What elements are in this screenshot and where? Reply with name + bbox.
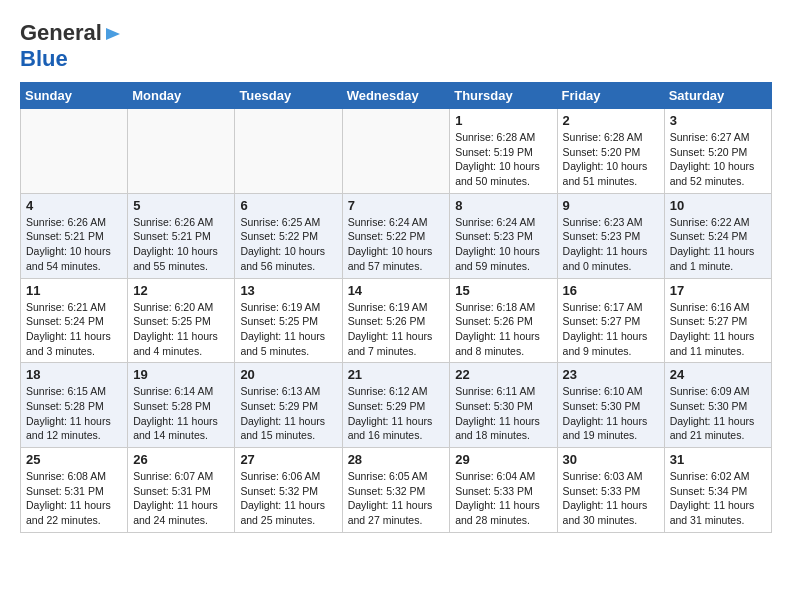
cell-info: Sunrise: 6:08 AM Sunset: 5:31 PM Dayligh… [26,469,122,528]
calendar-cell [21,109,128,194]
sunset-text: Sunset: 5:33 PM [455,485,533,497]
daylight-text: Daylight: 11 hours and 3 minutes. [26,330,111,357]
day-number: 24 [670,367,766,382]
sunset-text: Sunset: 5:31 PM [133,485,211,497]
cell-info: Sunrise: 6:05 AM Sunset: 5:32 PM Dayligh… [348,469,445,528]
daylight-text: Daylight: 10 hours and 52 minutes. [670,160,755,187]
day-number: 10 [670,198,766,213]
daylight-text: Daylight: 11 hours and 8 minutes. [455,330,540,357]
sunset-text: Sunset: 5:23 PM [455,230,533,242]
daylight-text: Daylight: 11 hours and 14 minutes. [133,415,218,442]
day-number: 11 [26,283,122,298]
sunrise-text: Sunrise: 6:04 AM [455,470,535,482]
daylight-text: Daylight: 11 hours and 25 minutes. [240,499,325,526]
sunset-text: Sunset: 5:28 PM [26,400,104,412]
cell-info: Sunrise: 6:06 AM Sunset: 5:32 PM Dayligh… [240,469,336,528]
calendar-cell: 28 Sunrise: 6:05 AM Sunset: 5:32 PM Dayl… [342,448,450,533]
day-number: 5 [133,198,229,213]
calendar-cell: 4 Sunrise: 6:26 AM Sunset: 5:21 PM Dayli… [21,193,128,278]
logo: General Blue [20,20,122,72]
calendar-cell: 9 Sunrise: 6:23 AM Sunset: 5:23 PM Dayli… [557,193,664,278]
weekday-header: Saturday [664,83,771,109]
calendar-week-row: 1 Sunrise: 6:28 AM Sunset: 5:19 PM Dayli… [21,109,772,194]
sunset-text: Sunset: 5:21 PM [133,230,211,242]
cell-info: Sunrise: 6:12 AM Sunset: 5:29 PM Dayligh… [348,384,445,443]
day-number: 13 [240,283,336,298]
cell-info: Sunrise: 6:26 AM Sunset: 5:21 PM Dayligh… [26,215,122,274]
day-number: 20 [240,367,336,382]
sunrise-text: Sunrise: 6:02 AM [670,470,750,482]
daylight-text: Daylight: 10 hours and 56 minutes. [240,245,325,272]
sunrise-text: Sunrise: 6:24 AM [348,216,428,228]
page-header: General Blue [20,20,772,72]
daylight-text: Daylight: 11 hours and 11 minutes. [670,330,755,357]
cell-info: Sunrise: 6:26 AM Sunset: 5:21 PM Dayligh… [133,215,229,274]
daylight-text: Daylight: 10 hours and 57 minutes. [348,245,433,272]
daylight-text: Daylight: 11 hours and 27 minutes. [348,499,433,526]
sunset-text: Sunset: 5:30 PM [563,400,641,412]
cell-info: Sunrise: 6:10 AM Sunset: 5:30 PM Dayligh… [563,384,659,443]
sunset-text: Sunset: 5:29 PM [240,400,318,412]
sunrise-text: Sunrise: 6:28 AM [455,131,535,143]
cell-info: Sunrise: 6:28 AM Sunset: 5:20 PM Dayligh… [563,130,659,189]
calendar-week-row: 11 Sunrise: 6:21 AM Sunset: 5:24 PM Dayl… [21,278,772,363]
sunrise-text: Sunrise: 6:12 AM [348,385,428,397]
sunrise-text: Sunrise: 6:11 AM [455,385,535,397]
sunrise-text: Sunrise: 6:19 AM [348,301,428,313]
daylight-text: Daylight: 11 hours and 21 minutes. [670,415,755,442]
calendar-cell: 10 Sunrise: 6:22 AM Sunset: 5:24 PM Dayl… [664,193,771,278]
cell-info: Sunrise: 6:22 AM Sunset: 5:24 PM Dayligh… [670,215,766,274]
sunrise-text: Sunrise: 6:16 AM [670,301,750,313]
calendar-cell: 17 Sunrise: 6:16 AM Sunset: 5:27 PM Dayl… [664,278,771,363]
sunset-text: Sunset: 5:27 PM [563,315,641,327]
cell-info: Sunrise: 6:24 AM Sunset: 5:23 PM Dayligh… [455,215,551,274]
calendar-cell: 19 Sunrise: 6:14 AM Sunset: 5:28 PM Dayl… [128,363,235,448]
calendar-cell: 6 Sunrise: 6:25 AM Sunset: 5:22 PM Dayli… [235,193,342,278]
daylight-text: Daylight: 11 hours and 24 minutes. [133,499,218,526]
calendar-cell: 26 Sunrise: 6:07 AM Sunset: 5:31 PM Dayl… [128,448,235,533]
cell-info: Sunrise: 6:16 AM Sunset: 5:27 PM Dayligh… [670,300,766,359]
calendar-cell: 20 Sunrise: 6:13 AM Sunset: 5:29 PM Dayl… [235,363,342,448]
sunset-text: Sunset: 5:22 PM [348,230,426,242]
calendar-cell: 15 Sunrise: 6:18 AM Sunset: 5:26 PM Dayl… [450,278,557,363]
sunrise-text: Sunrise: 6:28 AM [563,131,643,143]
sunset-text: Sunset: 5:27 PM [670,315,748,327]
calendar-cell: 29 Sunrise: 6:04 AM Sunset: 5:33 PM Dayl… [450,448,557,533]
sunrise-text: Sunrise: 6:13 AM [240,385,320,397]
sunset-text: Sunset: 5:25 PM [133,315,211,327]
sunset-text: Sunset: 5:21 PM [26,230,104,242]
sunrise-text: Sunrise: 6:22 AM [670,216,750,228]
day-number: 17 [670,283,766,298]
weekday-header: Tuesday [235,83,342,109]
calendar-cell [128,109,235,194]
cell-info: Sunrise: 6:19 AM Sunset: 5:25 PM Dayligh… [240,300,336,359]
daylight-text: Daylight: 11 hours and 30 minutes. [563,499,648,526]
calendar-cell: 11 Sunrise: 6:21 AM Sunset: 5:24 PM Dayl… [21,278,128,363]
sunrise-text: Sunrise: 6:15 AM [26,385,106,397]
sunrise-text: Sunrise: 6:06 AM [240,470,320,482]
day-number: 27 [240,452,336,467]
sunrise-text: Sunrise: 6:03 AM [563,470,643,482]
calendar-cell: 31 Sunrise: 6:02 AM Sunset: 5:34 PM Dayl… [664,448,771,533]
sunset-text: Sunset: 5:20 PM [563,146,641,158]
sunset-text: Sunset: 5:34 PM [670,485,748,497]
daylight-text: Daylight: 11 hours and 31 minutes. [670,499,755,526]
cell-info: Sunrise: 6:25 AM Sunset: 5:22 PM Dayligh… [240,215,336,274]
day-number: 12 [133,283,229,298]
cell-info: Sunrise: 6:27 AM Sunset: 5:20 PM Dayligh… [670,130,766,189]
calendar-cell: 21 Sunrise: 6:12 AM Sunset: 5:29 PM Dayl… [342,363,450,448]
sunset-text: Sunset: 5:26 PM [455,315,533,327]
day-number: 3 [670,113,766,128]
cell-info: Sunrise: 6:23 AM Sunset: 5:23 PM Dayligh… [563,215,659,274]
day-number: 6 [240,198,336,213]
daylight-text: Daylight: 10 hours and 59 minutes. [455,245,540,272]
day-number: 25 [26,452,122,467]
cell-info: Sunrise: 6:15 AM Sunset: 5:28 PM Dayligh… [26,384,122,443]
sunrise-text: Sunrise: 6:14 AM [133,385,213,397]
day-number: 14 [348,283,445,298]
sunset-text: Sunset: 5:20 PM [670,146,748,158]
sunrise-text: Sunrise: 6:07 AM [133,470,213,482]
cell-info: Sunrise: 6:20 AM Sunset: 5:25 PM Dayligh… [133,300,229,359]
daylight-text: Daylight: 11 hours and 22 minutes. [26,499,111,526]
calendar-cell: 14 Sunrise: 6:19 AM Sunset: 5:26 PM Dayl… [342,278,450,363]
